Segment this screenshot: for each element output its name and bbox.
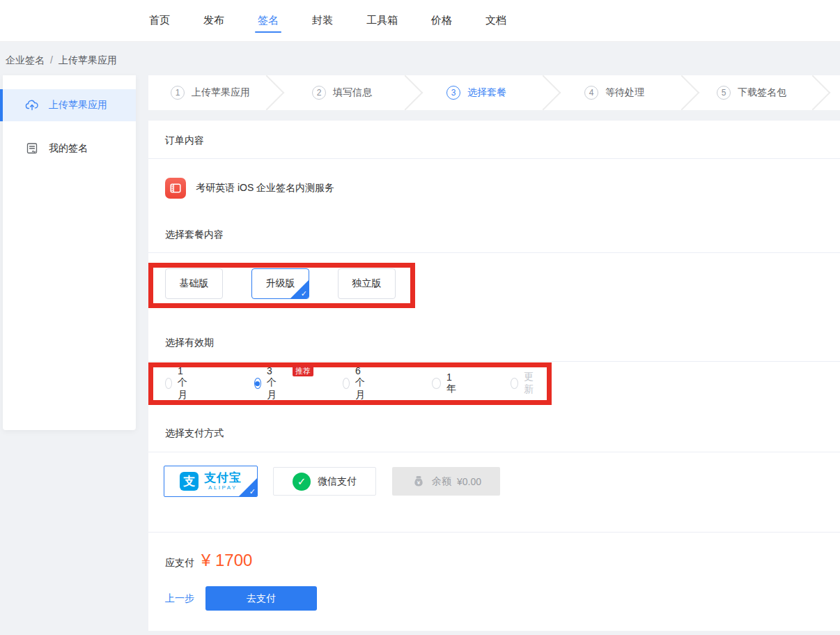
balance-label: 余额 <box>432 475 451 488</box>
amount-due-value: ¥ 1700 <box>201 551 252 570</box>
cloud-upload-icon <box>25 98 39 112</box>
wechat-pay-label: 微信支付 <box>318 475 357 488</box>
step-separator-chevron <box>795 75 831 110</box>
validity-option-3-months[interactable]: 3个月 <box>254 365 281 401</box>
package-option-standalone[interactable]: 独立版 <box>338 268 396 299</box>
payment-option-balance: ¥ 余额 ¥0.00 <box>392 467 500 496</box>
package-option-label: 基础版 <box>180 277 209 290</box>
validity-option-renewal: 更新 <box>511 371 537 396</box>
radio-icon <box>432 378 441 389</box>
section-divider <box>148 252 840 253</box>
validity-option-label: 6个月 <box>355 365 369 401</box>
nav-item-docs[interactable]: 文档 <box>474 0 518 41</box>
section-title-choose-package: 选择套餐内容 <box>165 229 224 241</box>
breadcrumb-section[interactable]: 企业签名 <box>6 54 45 66</box>
radio-icon <box>254 378 261 389</box>
steps-progress-bar: 1 上传苹果应用 2 填写信息 3 选择套餐 4 等待处理 5 下载签名包 <box>148 75 840 110</box>
step-separator-chevron <box>249 75 285 110</box>
footer-divider <box>148 532 840 533</box>
go-pay-button[interactable]: 去支付 <box>205 586 317 611</box>
breadcrumb-separator: / <box>50 54 53 66</box>
previous-step-link[interactable]: 上一步 <box>165 592 194 605</box>
nav-item-home[interactable]: 首页 <box>138 0 181 41</box>
step-label: 下载签名包 <box>738 86 786 99</box>
radio-icon <box>511 378 518 389</box>
step-number: 4 <box>584 86 598 100</box>
step-2-fill-info: 2 填写信息 <box>312 75 372 110</box>
step-label: 上传苹果应用 <box>192 86 250 99</box>
wechat-pay-icon: ✓ <box>293 473 311 491</box>
payment-summary: 应支付 ¥ 1700 <box>165 551 252 570</box>
check-icon: ✓ <box>301 289 307 298</box>
section-title-order-content: 订单内容 <box>165 135 204 147</box>
alipay-logo-icon: 支 <box>180 472 199 491</box>
top-navbar: 首页 发布 签名 封装 工具箱 价格 文档 <box>0 0 840 42</box>
step-number: 2 <box>312 86 326 100</box>
radio-icon <box>165 378 172 389</box>
breadcrumb-current: 上传苹果应用 <box>59 54 117 66</box>
section-title-choose-validity: 选择有效期 <box>165 337 214 349</box>
validity-option-1-year[interactable]: 1年 <box>432 372 458 395</box>
sidebar: 上传苹果应用 我的签名 <box>3 75 136 430</box>
nav-item-publish[interactable]: 发布 <box>192 0 235 41</box>
validity-option-label: 更新 <box>524 371 537 396</box>
step-number: 3 <box>446 86 460 100</box>
step-label: 等待处理 <box>605 86 644 99</box>
balance-amount: ¥0.00 <box>457 476 481 487</box>
step-separator-chevron <box>664 75 700 110</box>
signature-doc-icon <box>25 141 39 155</box>
alipay-wordmark: 支付宝 ALIPAY <box>204 472 242 491</box>
payment-option-wechat[interactable]: ✓ 微信支付 <box>273 467 376 496</box>
breadcrumb: 企业签名/上传苹果应用 <box>6 54 117 67</box>
nav-item-signature[interactable]: 签名 <box>247 0 290 41</box>
recommended-badge: 推荐 <box>293 365 313 376</box>
sidebar-item-label: 我的签名 <box>49 142 88 155</box>
step-separator-chevron <box>526 75 561 110</box>
step-label: 填写信息 <box>333 86 372 99</box>
step-separator-chevron <box>388 75 423 110</box>
package-option-basic[interactable]: 基础版 <box>165 268 223 299</box>
step-3-choose-plan: 3 选择套餐 <box>446 75 506 110</box>
validity-option-1-month[interactable]: 1个月 <box>165 365 192 401</box>
validity-option-label: 1年 <box>446 372 458 395</box>
section-divider <box>148 361 840 362</box>
package-option-upgrade[interactable]: 升级版 ✓ <box>251 268 309 299</box>
svg-text:¥: ¥ <box>417 479 421 485</box>
step-label: 选择套餐 <box>467 86 506 99</box>
check-icon: ✓ <box>249 487 256 496</box>
nav-item-pricing[interactable]: 价格 <box>420 0 463 41</box>
step-4-processing: 4 等待处理 <box>584 75 644 110</box>
step-number: 5 <box>717 86 731 100</box>
nav-item-package[interactable]: 封装 <box>301 0 344 41</box>
package-options: 基础版 升级版 ✓ 独立版 <box>165 268 396 299</box>
section-title-choose-payment: 选择支付方式 <box>165 427 224 440</box>
payment-methods: 支 支付宝 ALIPAY ✓ ✓ 微信支付 ¥ 余额 ¥0.00 <box>164 466 500 497</box>
film-app-icon <box>165 178 186 199</box>
validity-option-label: 1个月 <box>178 365 192 401</box>
order-app-row: 考研英语 iOS 企业签名内测服务 <box>165 178 334 199</box>
nav-item-toolbox[interactable]: 工具箱 <box>355 0 409 41</box>
validity-option-6-months[interactable]: 6个月 <box>343 365 369 401</box>
step-5-download: 5 下载签名包 <box>717 75 786 110</box>
payment-option-alipay[interactable]: 支 支付宝 ALIPAY ✓ <box>164 466 258 497</box>
step-number: 1 <box>171 86 185 100</box>
sidebar-item-my-signatures[interactable]: 我的签名 <box>3 132 136 165</box>
order-app-name: 考研英语 iOS 企业签名内测服务 <box>196 182 334 194</box>
alipay-subtitle: ALIPAY <box>208 485 238 491</box>
package-option-label: 独立版 <box>352 277 382 290</box>
sidebar-item-label: 上传苹果应用 <box>49 99 107 112</box>
order-card: 订单内容 考研英语 iOS 企业签名内测服务 选择套餐内容 基础版 升级版 ✓ … <box>148 121 840 631</box>
amount-due-label: 应支付 <box>165 557 194 569</box>
section-divider <box>148 452 840 452</box>
section-divider <box>148 158 840 159</box>
sidebar-item-upload-apple-app[interactable]: 上传苹果应用 <box>3 89 136 121</box>
validity-option-label: 3个月 <box>267 365 281 401</box>
step-1-upload: 1 上传苹果应用 <box>171 75 250 110</box>
radio-icon <box>343 378 350 389</box>
alipay-name: 支付宝 <box>204 472 242 484</box>
money-bag-icon: ¥ <box>411 474 426 489</box>
